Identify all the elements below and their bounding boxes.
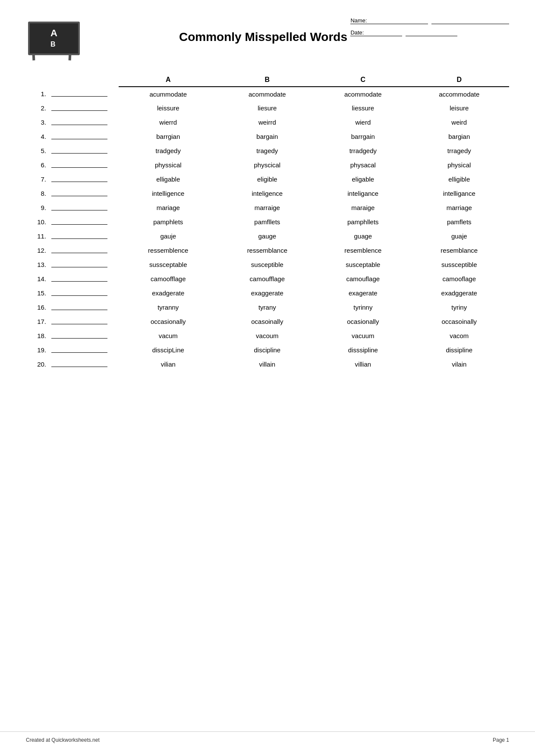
col-d-cell: weird xyxy=(409,115,509,129)
col-c-cell: inteligance xyxy=(317,186,409,201)
board-legs xyxy=(32,53,71,60)
answer-blank-line xyxy=(51,175,107,182)
name-label: Name: xyxy=(350,17,428,24)
col-a-cell: wierrd xyxy=(119,115,218,129)
table-row: 18.vacumvacoumvacuumvacom xyxy=(26,329,509,343)
col-d-cell: resemblance xyxy=(409,243,509,257)
date-field: Date: xyxy=(349,29,509,36)
answer-blank-line xyxy=(51,275,107,282)
row-answer xyxy=(50,101,119,115)
row-num: 19. xyxy=(26,343,50,357)
answer-blank-line xyxy=(51,360,107,367)
answer-blank-line xyxy=(51,232,107,239)
row-num: 1. xyxy=(26,87,50,101)
col-a-cell: intelligence xyxy=(119,186,218,201)
worksheet-page: Name: Date: AB Commonly Misspelled Words xyxy=(0,0,535,756)
row-answer xyxy=(50,87,119,101)
col-num-header xyxy=(26,73,50,87)
row-num: 12. xyxy=(26,243,50,257)
col-b-cell: tyrany xyxy=(218,300,317,314)
row-num: 8. xyxy=(26,186,50,201)
row-num: 5. xyxy=(26,144,50,158)
col-c-cell: guage xyxy=(317,229,409,243)
name-field: Name: xyxy=(349,17,509,24)
col-b-cell: gauge xyxy=(218,229,317,243)
row-answer xyxy=(50,229,119,243)
col-c-cell: trradgedy xyxy=(317,144,409,158)
row-answer xyxy=(50,272,119,286)
col-b-cell: vacoum xyxy=(218,329,317,343)
row-num: 18. xyxy=(26,329,50,343)
col-b-cell: eligible xyxy=(218,172,317,186)
answer-blank-line xyxy=(51,303,107,310)
col-a-cell: vilian xyxy=(119,357,218,371)
col-c-cell: maraige xyxy=(317,201,409,215)
col-c-cell: pamphllets xyxy=(317,215,409,229)
row-num: 4. xyxy=(26,129,50,144)
table-row: 13.sussceptablesusceptiblesusceptablesus… xyxy=(26,257,509,272)
date-label: Date: xyxy=(350,29,402,36)
col-b-cell: discipline xyxy=(218,343,317,357)
row-num: 13. xyxy=(26,257,50,272)
col-a-cell: tyranny xyxy=(119,300,218,314)
col-c-cell: vacuum xyxy=(317,329,409,343)
table-row: 4.barrgianbargainbarrgainbargian xyxy=(26,129,509,144)
answer-blank-line xyxy=(51,90,107,97)
row-num: 15. xyxy=(26,286,50,300)
row-answer xyxy=(50,115,119,129)
col-d-cell: accommodate xyxy=(409,87,509,101)
col-a-cell: tradgedy xyxy=(119,144,218,158)
answer-blank-line xyxy=(51,289,107,296)
row-num: 14. xyxy=(26,272,50,286)
row-answer xyxy=(50,158,119,172)
col-d-cell: exadggerate xyxy=(409,286,509,300)
col-b-cell: liesure xyxy=(218,101,317,115)
table-row: 9.mariagemarraigemaraigemarriage xyxy=(26,201,509,215)
row-answer xyxy=(50,172,119,186)
row-num: 16. xyxy=(26,300,50,314)
col-d-cell: marriage xyxy=(409,201,509,215)
answer-blank-line xyxy=(51,346,107,353)
table-row: 3.wierrdweirrdwierdweird xyxy=(26,115,509,129)
table-row: 8.intelligenceinteligenceinteliganceinte… xyxy=(26,186,509,201)
answer-blank-line xyxy=(51,260,107,267)
footer: Created at Quickworksheets.net Page 1 xyxy=(0,731,535,743)
name-date-area: Name: Date: xyxy=(349,17,509,36)
row-answer xyxy=(50,215,119,229)
row-num: 7. xyxy=(26,172,50,186)
logo-area: AB xyxy=(26,22,95,60)
row-num: 11. xyxy=(26,229,50,243)
col-d-cell: dissipline xyxy=(409,343,509,357)
col-d-cell: occasoinally xyxy=(409,314,509,329)
col-b-cell: weirrd xyxy=(218,115,317,129)
answer-blank-line xyxy=(51,218,107,225)
col-d-cell: bargian xyxy=(409,129,509,144)
col-d-cell: sussceptible xyxy=(409,257,509,272)
name-line-blank xyxy=(431,17,509,24)
row-answer xyxy=(50,357,119,371)
col-d-cell: guaje xyxy=(409,229,509,243)
col-d-header: D xyxy=(409,73,509,87)
leg-right xyxy=(69,53,72,60)
table-row: 2.leissureliesureliessureleisure xyxy=(26,101,509,115)
answer-blank-line xyxy=(51,246,107,253)
col-d-cell: trragedy xyxy=(409,144,509,158)
row-answer xyxy=(50,201,119,215)
answer-blank-line xyxy=(51,204,107,210)
col-a-cell: disscipLine xyxy=(119,343,218,357)
blackboard-icon: AB xyxy=(26,22,82,60)
col-b-cell: inteligence xyxy=(218,186,317,201)
row-num: 2. xyxy=(26,101,50,115)
row-answer xyxy=(50,286,119,300)
answer-blank-line xyxy=(51,189,107,196)
col-d-cell: physical xyxy=(409,158,509,172)
col-c-cell: eligable xyxy=(317,172,409,186)
table-row: 15.exadgerateexaggerateexagerateexadgger… xyxy=(26,286,509,300)
col-c-cell: liessure xyxy=(317,101,409,115)
col-d-cell: intelligance xyxy=(409,186,509,201)
table-row: 11.gaujegaugeguageguaje xyxy=(26,229,509,243)
col-b-cell: villain xyxy=(218,357,317,371)
col-a-cell: sussceptable xyxy=(119,257,218,272)
col-answer-header xyxy=(50,73,119,87)
col-c-cell: camouflage xyxy=(317,272,409,286)
